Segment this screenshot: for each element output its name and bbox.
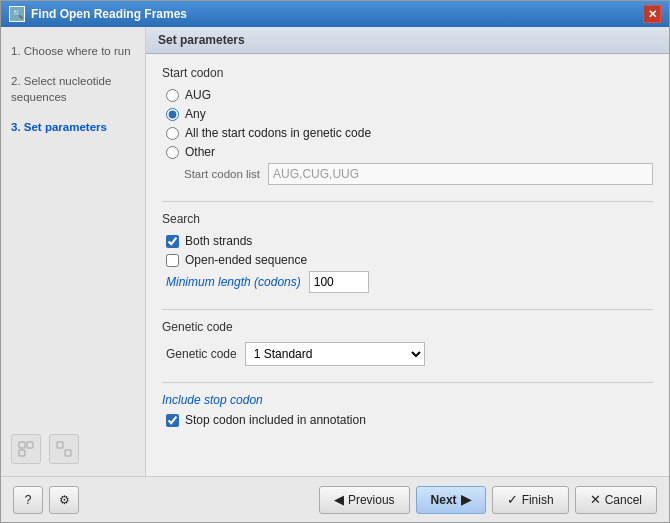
start-codon-radio-group: AUG Any All the start codons in genetic …	[162, 88, 653, 159]
checkbox-both-strands[interactable]	[166, 235, 179, 248]
sidebar-icons	[11, 434, 79, 464]
min-length-row: Minimum length (codons)	[162, 271, 653, 293]
next-button[interactable]: Next ▶	[416, 486, 486, 514]
footer: ? ⚙ ◀ Previous Next ▶ ✓ Finish ✕ Cancel	[1, 476, 669, 522]
finish-check-icon: ✓	[507, 492, 518, 507]
finish-label: Finish	[522, 493, 554, 507]
settings-icon: ⚙	[59, 493, 70, 507]
cancel-x-icon: ✕	[590, 492, 601, 507]
checkbox-both-strands-label: Both strands	[185, 234, 252, 248]
settings-button[interactable]: ⚙	[49, 486, 79, 514]
title-bar-left: 🔍 Find Open Reading Frames	[9, 6, 187, 22]
checkbox-open-ended[interactable]	[166, 254, 179, 267]
radio-other-row: Other	[166, 145, 653, 159]
start-codon-title: Start codon	[162, 66, 653, 80]
sidebar-step-3: 3. Set parameters	[11, 119, 135, 135]
title-bar: 🔍 Find Open Reading Frames ✕	[1, 1, 669, 27]
min-length-label: Minimum length (codons)	[166, 275, 301, 289]
next-arrow-icon: ▶	[461, 492, 471, 507]
panel-header: Set parameters	[146, 27, 669, 54]
panel-body: Start codon AUG Any All the start	[146, 54, 669, 476]
stop-codon-section: Include stop codon Stop codon included i…	[162, 393, 653, 427]
checkbox-stop-codon[interactable]	[166, 414, 179, 427]
cancel-button[interactable]: ✕ Cancel	[575, 486, 657, 514]
next-label: Next	[431, 493, 457, 507]
help-icon: ?	[25, 493, 32, 507]
radio-other-label: Other	[185, 145, 215, 159]
sidebar-icon-1	[11, 434, 41, 464]
min-length-input[interactable]	[309, 271, 369, 293]
start-codon-section: Start codon AUG Any All the start	[162, 66, 653, 185]
window-icon: 🔍	[9, 6, 25, 22]
radio-other[interactable]	[166, 146, 179, 159]
sidebar: 1. Choose where to run 2. Select nucleot…	[1, 27, 146, 476]
sidebar-icon-2	[49, 434, 79, 464]
stop-codon-checkbox-row: Stop codon included in annotation	[162, 413, 653, 427]
sidebar-step-2: 2. Select nucleotide sequences	[11, 73, 135, 105]
prev-arrow-icon: ◀	[334, 492, 344, 507]
help-button[interactable]: ?	[13, 486, 43, 514]
previous-label: Previous	[348, 493, 395, 507]
radio-aug[interactable]	[166, 89, 179, 102]
svg-rect-3	[57, 442, 63, 448]
genetic-code-section: Genetic code Genetic code 1 Standard 2 V…	[162, 320, 653, 366]
finish-button[interactable]: ✓ Finish	[492, 486, 569, 514]
window-title: Find Open Reading Frames	[31, 7, 187, 21]
search-section: Search Both strands Open-ended sequence …	[162, 212, 653, 293]
previous-button[interactable]: ◀ Previous	[319, 486, 410, 514]
radio-all[interactable]	[166, 127, 179, 140]
start-codon-list-row: Start codon list	[162, 163, 653, 185]
checkbox-open-ended-label: Open-ended sequence	[185, 253, 307, 267]
checkbox-both-strands-row: Both strands	[166, 234, 653, 248]
divider-3	[162, 382, 653, 383]
checkbox-stop-codon-label: Stop codon included in annotation	[185, 413, 366, 427]
radio-any[interactable]	[166, 108, 179, 121]
window: 🔍 Find Open Reading Frames ✕ 1. Choose w…	[0, 0, 670, 523]
svg-rect-4	[65, 450, 71, 456]
search-title: Search	[162, 212, 653, 226]
right-panel: Set parameters Start codon AUG Any	[146, 27, 669, 476]
svg-rect-1	[27, 442, 33, 448]
genetic-code-label: Genetic code	[166, 347, 237, 361]
radio-aug-label: AUG	[185, 88, 211, 102]
start-codon-list-input[interactable]	[268, 163, 653, 185]
radio-all-label: All the start codons in genetic code	[185, 126, 371, 140]
sidebar-step-1: 1. Choose where to run	[11, 43, 135, 59]
radio-aug-row: AUG	[166, 88, 653, 102]
genetic-code-select[interactable]: 1 Standard 2 Vertebrate Mitochondrial 3 …	[245, 342, 425, 366]
close-button[interactable]: ✕	[643, 5, 661, 23]
svg-rect-0	[19, 442, 25, 448]
checkbox-open-ended-row: Open-ended sequence	[166, 253, 653, 267]
radio-any-row: Any	[166, 107, 653, 121]
start-codon-list-label: Start codon list	[184, 168, 260, 180]
stop-codon-title: Include stop codon	[162, 393, 653, 407]
genetic-code-title: Genetic code	[162, 320, 653, 334]
footer-left: ? ⚙	[13, 486, 79, 514]
search-checkbox-group: Both strands Open-ended sequence	[162, 234, 653, 267]
radio-all-row: All the start codons in genetic code	[166, 126, 653, 140]
radio-any-label: Any	[185, 107, 206, 121]
main-content: 1. Choose where to run 2. Select nucleot…	[1, 27, 669, 476]
divider-2	[162, 309, 653, 310]
footer-right: ◀ Previous Next ▶ ✓ Finish ✕ Cancel	[319, 486, 657, 514]
svg-rect-2	[19, 450, 25, 456]
divider-1	[162, 201, 653, 202]
cancel-label: Cancel	[605, 493, 642, 507]
genetic-code-row: Genetic code 1 Standard 2 Vertebrate Mit…	[162, 342, 653, 366]
